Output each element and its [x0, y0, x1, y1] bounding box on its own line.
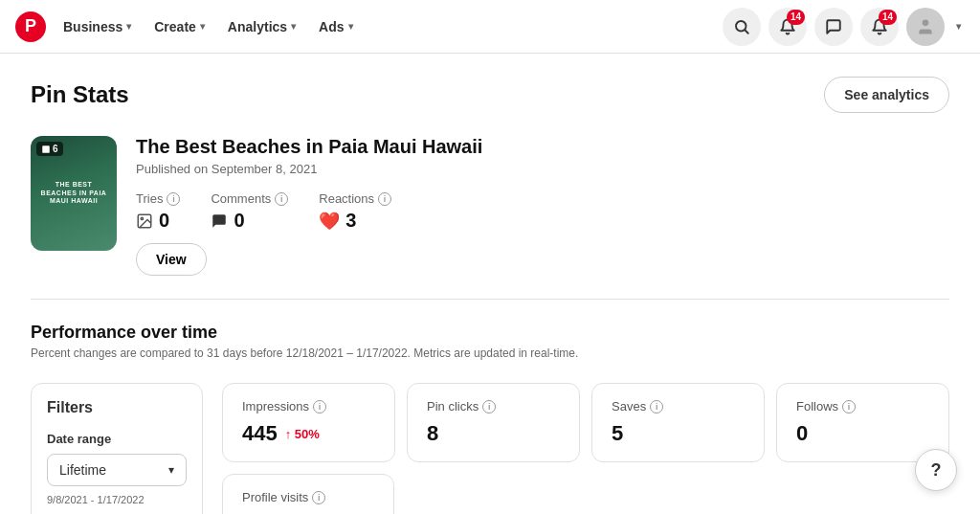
- chevron-down-icon: ▾: [200, 21, 205, 32]
- metric-profile-visits: Profile visits i 8: [222, 474, 394, 514]
- saves-info-icon[interactable]: i: [650, 400, 663, 413]
- follows-info-icon[interactable]: i: [842, 400, 856, 413]
- tries-info-icon[interactable]: i: [167, 192, 180, 206]
- performance-title: Performance over time: [31, 323, 949, 343]
- pin-stat-comments: Comments i 0: [211, 191, 288, 232]
- navbar: P Business ▾ Create ▾ Analytics ▾ Ads ▾: [0, 0, 980, 54]
- chevron-down-icon: ▾: [348, 21, 353, 32]
- chevron-down-icon: ▾: [126, 21, 131, 32]
- view-button[interactable]: View: [136, 243, 207, 276]
- page-title: Pin Stats: [31, 81, 129, 108]
- nav-right: 14 14 ▾: [723, 8, 965, 46]
- pin-card: THE BEST BEACHES IN PAIA MAUI HAWAII 6 T…: [31, 136, 949, 300]
- filters-panel: Filters Date range Lifetime ▾ 9/8/2021 -…: [31, 383, 203, 514]
- see-analytics-button[interactable]: See analytics: [824, 77, 949, 113]
- metric-impressions: Impressions i 445 ↑ 50%: [222, 383, 395, 462]
- pin-stat-reactions: Reactions i ❤️ 3: [319, 191, 391, 232]
- nav-items: Business ▾ Create ▾ Analytics ▾ Ads ▾: [54, 13, 723, 40]
- notifications-badge: 14: [787, 10, 805, 25]
- nav-ads[interactable]: Ads ▾: [309, 13, 362, 40]
- pin-stat-tries: Tries i 0: [136, 191, 180, 232]
- nav-create[interactable]: Create ▾: [145, 13, 214, 40]
- date-range-label: Date range: [47, 432, 187, 446]
- reactions-info-icon[interactable]: i: [378, 192, 391, 206]
- chevron-down-icon: ▾: [956, 21, 961, 32]
- search-button[interactable]: [723, 8, 761, 46]
- main-content: Pin Stats See analytics THE BEST BEACHES…: [0, 54, 980, 514]
- pin-count-badge: 6: [36, 142, 63, 156]
- performance-body: Filters Date range Lifetime ▾ 9/8/2021 -…: [31, 383, 949, 514]
- metrics-top-row: Impressions i 445 ↑ 50% Pin clicks i: [222, 383, 949, 462]
- metrics-grid: Impressions i 445 ↑ 50% Pin clicks i: [222, 383, 949, 514]
- svg-point-2: [923, 19, 929, 26]
- pin-thumbnail: THE BEST BEACHES IN PAIA MAUI HAWAII 6: [31, 136, 117, 251]
- user-avatar[interactable]: [906, 8, 945, 46]
- filter-date-range-value: 9/8/2021 - 1/17/2022: [47, 494, 187, 505]
- pin-published-date: Published on September 8, 2021: [136, 162, 949, 176]
- svg-line-1: [745, 30, 747, 33]
- pin-clicks-info-icon[interactable]: i: [482, 400, 496, 413]
- chat-icon: [211, 212, 228, 230]
- pin-thumbnail-text: THE BEST BEACHES IN PAIA MAUI HAWAII: [38, 181, 109, 205]
- nav-analytics[interactable]: Analytics ▾: [218, 13, 305, 40]
- impressions-info-icon[interactable]: i: [313, 400, 326, 413]
- comments-info-icon[interactable]: i: [275, 192, 288, 206]
- account-dropdown[interactable]: ▾: [952, 15, 965, 37]
- image-icon: [136, 212, 153, 230]
- metric-pin-clicks: Pin clicks i 8: [407, 383, 580, 462]
- alerts-button[interactable]: 14: [860, 8, 899, 46]
- metric-follows: Follows i 0: [776, 383, 949, 462]
- chevron-down-icon: ▾: [291, 21, 296, 32]
- chevron-down-icon: ▾: [168, 463, 174, 477]
- svg-rect-3: [42, 145, 50, 153]
- nav-business[interactable]: Business ▾: [54, 13, 141, 40]
- pinterest-logo[interactable]: P: [15, 11, 46, 42]
- performance-subtitle: Percent changes are compared to 31 days …: [31, 346, 949, 360]
- performance-section: Performance over time Percent changes ar…: [31, 323, 949, 514]
- messages-button[interactable]: [814, 8, 853, 46]
- metric-saves: Saves i 5: [591, 383, 765, 462]
- page-header: Pin Stats See analytics: [31, 77, 949, 113]
- profile-visits-info-icon[interactable]: i: [312, 491, 325, 504]
- filters-title: Filters: [47, 399, 187, 416]
- pin-info: The Best Beaches in Paia Maui Hawaii Pub…: [136, 136, 949, 276]
- heart-icon: ❤️: [319, 211, 340, 232]
- pin-stats-row: Tries i 0 Comments i: [136, 191, 949, 232]
- notifications-bell-button[interactable]: 14: [768, 8, 807, 46]
- date-range-dropdown[interactable]: Lifetime ▾: [47, 454, 187, 486]
- svg-point-5: [141, 217, 143, 219]
- alerts-badge: 14: [879, 10, 897, 25]
- help-button[interactable]: ?: [915, 449, 957, 491]
- pin-title: The Best Beaches in Paia Maui Hawaii: [136, 136, 949, 158]
- impressions-change: ↑ 50%: [285, 427, 320, 441]
